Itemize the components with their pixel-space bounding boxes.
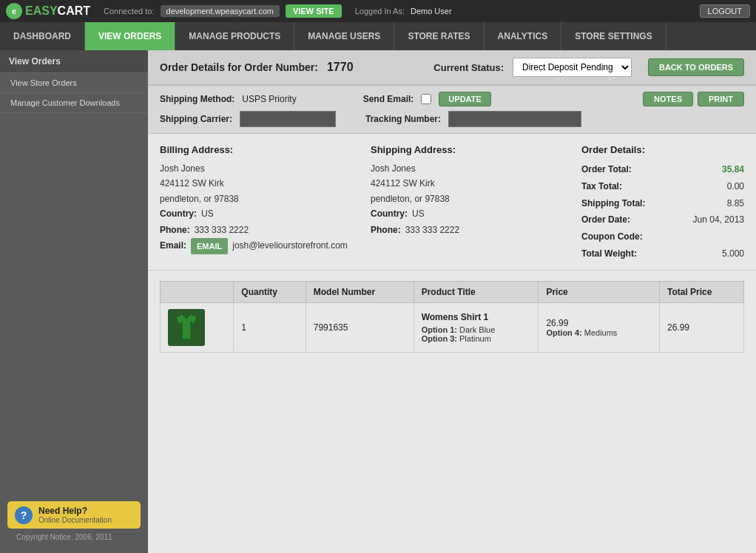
nav-bar: DASHBOARD VIEW ORDERS MANAGE PRODUCTS MA… (0, 22, 756, 50)
tax-row: Tax Total: 0.00 (581, 178, 744, 195)
shipping-method-value: USPS Priority (242, 94, 296, 104)
tracking-label: Tracking Number: (365, 114, 441, 124)
product-option4: Option 4: Mediums (546, 328, 652, 337)
back-to-orders-button[interactable]: BACK TO ORDERS (648, 58, 744, 76)
status-select[interactable]: Direct Deposit Pending (513, 58, 632, 77)
nav-analytics[interactable]: ANALYTICS (485, 22, 562, 50)
col-header-title: Product Title (414, 281, 539, 302)
nav-store-settings[interactable]: STORE SETTINGS (561, 22, 666, 50)
product-total: 26.99 (660, 302, 744, 352)
billing-name: Josh Jones (160, 161, 371, 176)
product-option1: Option 1: Dark Blue (422, 325, 531, 334)
shipping-carrier-label: Shipping Carrier: (160, 114, 232, 124)
billing-heading: Billing Address: (160, 144, 371, 155)
weight-row: Total Weight: 5.000 (581, 245, 744, 262)
print-button[interactable]: PRINT (698, 92, 744, 106)
product-image (168, 309, 205, 346)
nav-dashboard[interactable]: DASHBOARD (0, 22, 85, 50)
logo-text: EASYCART (25, 4, 90, 18)
product-title-cell: Womens Shirt 1 Option 1: Dark Blue Optio… (414, 302, 539, 352)
shipping-carrier-input[interactable] (240, 111, 336, 127)
sidebar-item-manage-customer-downloads[interactable]: Manage Customer Downloads (0, 93, 148, 113)
order-total-row: Order Total: 35.84 (581, 161, 744, 178)
col-header-total: Total Price (660, 281, 744, 302)
shipping-address-block: Shipping Address: Josh Jones 424112 SW K… (371, 144, 581, 262)
connected-label: Connected to: (104, 7, 155, 16)
col-header-quantity: Quantity (234, 281, 306, 302)
nav-store-rates[interactable]: STORE RATES (394, 22, 484, 50)
logo-icon: e (6, 3, 22, 19)
shipping-name: Josh Jones (371, 161, 581, 176)
product-price: 26.99 (546, 318, 652, 328)
table-row: 1 7991635 Womens Shirt 1 Option 1: Dark … (161, 302, 744, 352)
order-header: Order Details for Order Number: 1770 Cur… (148, 50, 756, 86)
update-button[interactable]: UPDATE (439, 92, 490, 106)
sidebar: View Orders View Store Orders Manage Cus… (0, 50, 148, 553)
product-model: 7991635 (306, 302, 414, 352)
nav-view-orders[interactable]: VIEW ORDERS (85, 22, 175, 50)
help-box[interactable]: ? Need Help? Online Documentation (7, 501, 141, 529)
connected-url: development.wpeasycart.com (161, 5, 280, 17)
billing-email-row: Email: EMAIL josh@leveliourstorefront.co… (160, 238, 371, 254)
logout-button[interactable]: LOGOUT (700, 4, 750, 18)
sidebar-item-view-store-orders[interactable]: View Store Orders (0, 73, 148, 93)
col-header-model: Model Number (306, 281, 414, 302)
logo: e EASYCART (6, 3, 90, 19)
nav-manage-users[interactable]: MANAGE USERS (294, 22, 394, 50)
help-text: Need Help? Online Documentation (38, 506, 112, 524)
billing-street: 424112 SW Kirk (160, 176, 371, 191)
order-details-block: Order Details: Order Total: 35.84 Tax To… (581, 144, 744, 262)
product-quantity: 1 (234, 302, 306, 352)
col-header-image (161, 281, 234, 302)
billing-country-row: Country: US (160, 206, 371, 223)
logged-in-label: Logged In As: (355, 7, 405, 16)
shipping-street: 424112 SW Kirk (371, 176, 581, 191)
sidebar-header: View Orders (0, 50, 148, 73)
shipping-addr-heading: Shipping Address: (371, 144, 581, 155)
send-email-label: Send Email: (363, 94, 414, 104)
product-image-cell (161, 302, 234, 352)
shipping-phone-row: Phone: 333 333 2222 (371, 223, 581, 239)
coupon-row: Coupon Code: (581, 228, 744, 245)
status-label: Current Status: (433, 62, 504, 73)
notes-button[interactable]: NOTES (643, 92, 693, 106)
send-email-checkbox[interactable] (421, 94, 431, 104)
shipping-city-state: pendleton, or 97838 (371, 191, 581, 206)
tracking-number-input[interactable] (448, 111, 581, 127)
products-section: Quantity Model Number Product Title Pric… (148, 271, 756, 372)
help-icon: ? (15, 506, 33, 524)
copyright: Copyright Notice, 2006, 2011 (7, 529, 141, 546)
shipping-country-row: Country: US (371, 206, 581, 223)
order-number: 1770 (327, 61, 354, 74)
order-title-label: Order Details for Order Number: (160, 61, 318, 73)
billing-city-state: pendleton, or 97838 (160, 191, 371, 206)
svg-marker-0 (176, 314, 197, 339)
product-title: Womens Shirt 1 (422, 312, 531, 322)
billing-phone-row: Phone: 333 333 2222 (160, 223, 371, 239)
order-details-heading: Order Details: (581, 144, 744, 155)
product-option3: Option 3: Platinum (422, 334, 531, 343)
billing-address-block: Billing Address: Josh Jones 424112 SW Ki… (160, 144, 371, 262)
products-table: Quantity Model Number Product Title Pric… (160, 281, 744, 353)
email-button[interactable]: EMAIL (191, 238, 228, 254)
col-header-price: Price (539, 281, 660, 302)
addresses-section: Billing Address: Josh Jones 424112 SW Ki… (148, 134, 756, 271)
view-site-button[interactable]: VIEW SITE (286, 4, 342, 18)
product-price-cell: 26.99 Option 4: Mediums (539, 302, 660, 352)
main-content: Order Details for Order Number: 1770 Cur… (148, 50, 756, 553)
shipping-total-row: Shipping Total: 8.85 (581, 195, 744, 212)
order-date-row: Order Date: Jun 04, 2013 (581, 211, 744, 228)
nav-manage-products[interactable]: MANAGE PRODUCTS (175, 22, 294, 50)
shipping-method-label: Shipping Method: (160, 94, 234, 104)
logged-in-user: Demo User (411, 7, 452, 16)
